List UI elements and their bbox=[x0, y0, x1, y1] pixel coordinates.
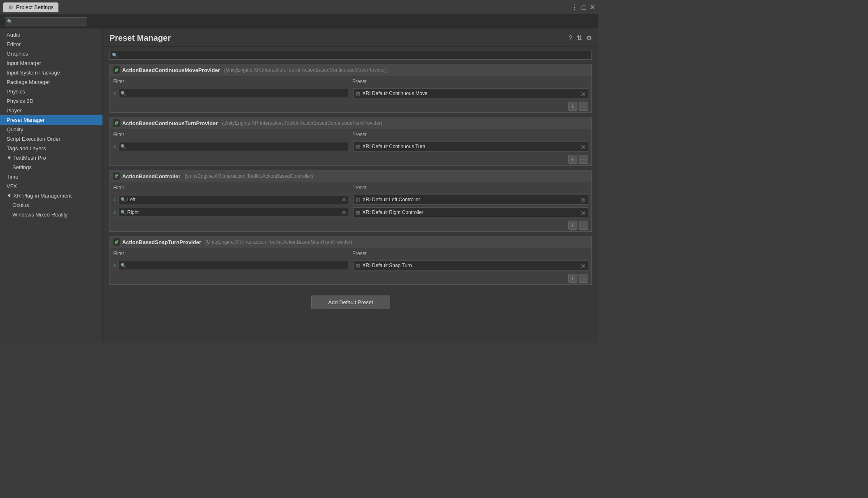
title-bar-tab: ⚙ Project Settings bbox=[3, 2, 58, 12]
filter-input-wrap-0: 🔍 bbox=[119, 89, 348, 98]
close-icon[interactable]: ✕ bbox=[590, 3, 595, 11]
preset-section-snap-turn: # ActionBasedSnapTurnProvider (UnityEngi… bbox=[109, 236, 592, 285]
preset-circle-btn-controller-right[interactable]: ◎ bbox=[580, 209, 585, 216]
filter-search-icon-snap-turn-0: 🔍 bbox=[121, 263, 126, 268]
settings-icon[interactable]: ⚙ bbox=[586, 34, 592, 42]
preset-add-remove-0: + − bbox=[110, 100, 591, 112]
sidebar-item-tags-and-layers[interactable]: Tags and Layers bbox=[0, 144, 102, 153]
preset-add-remove-snap-turn: + − bbox=[110, 272, 591, 284]
add-row-btn-controller[interactable]: + bbox=[568, 221, 577, 230]
add-row-btn-turn[interactable]: + bbox=[568, 155, 577, 164]
preset-circle-btn-snap-turn-0[interactable]: ◎ bbox=[580, 262, 585, 269]
top-search-icon: 🔍 bbox=[7, 19, 13, 24]
preset-value-text-turn-0: XRI Default Continuous Turn bbox=[363, 144, 578, 149]
filter-input-0[interactable] bbox=[119, 89, 348, 98]
filter-search-icon-0: 🔍 bbox=[121, 91, 126, 96]
drag-handle[interactable]: ≡ bbox=[113, 91, 116, 96]
add-default-preset-button[interactable]: Add Default Preset bbox=[311, 296, 390, 309]
hash-icon-continuous-turn: # bbox=[113, 119, 120, 127]
sidebar-item-textmesh-pro[interactable]: ▼ TextMesh Pro bbox=[0, 153, 102, 163]
preset-value-text-snap-turn-0: XRI Default Snap Turn bbox=[363, 263, 578, 268]
preset-cols-continuous-move: Filter Preset bbox=[110, 76, 591, 87]
filter-input-wrap-controller-right: 🔍 ✕ bbox=[119, 208, 348, 217]
drag-handle-turn[interactable]: ≡ bbox=[113, 144, 116, 149]
filter-input-turn-0[interactable] bbox=[119, 142, 348, 151]
sidebar-item-windows-mixed-reality[interactable]: Windows Mixed Reality bbox=[0, 210, 102, 219]
sidebar-item-input-manager[interactable]: Input Manager bbox=[0, 58, 102, 68]
content-search-wrap: 🔍 bbox=[109, 51, 592, 60]
filter-search-icon-controller-right: 🔍 bbox=[121, 210, 126, 215]
preset-row-continuous-turn-0: ≡ 🔍 ▤ XRI Default Continuous Turn ◎ bbox=[110, 140, 591, 153]
filter-input-controller-left[interactable] bbox=[119, 195, 348, 204]
content-body: 🔍 # ActionBasedContinuousMoveProvider (U… bbox=[103, 47, 598, 343]
sidebar-item-physics[interactable]: Physics bbox=[0, 87, 102, 96]
add-row-btn-0[interactable]: + bbox=[568, 102, 577, 111]
sidebar-item-time[interactable]: Time bbox=[0, 172, 102, 182]
content-search-input[interactable] bbox=[109, 51, 592, 60]
sidebar-item-audio[interactable]: Audio bbox=[0, 30, 102, 40]
preset-section-header-controller: # ActionBasedController (UnityEngine.XR.… bbox=[110, 170, 591, 182]
preset-section-continuous-turn: # ActionBasedContinuousTurnProvider (Uni… bbox=[109, 117, 592, 166]
hash-icon-controller: # bbox=[113, 172, 120, 180]
preset-cols-snap-turn: Filter Preset bbox=[110, 248, 591, 259]
preset-circle-btn-controller-left[interactable]: ◎ bbox=[580, 196, 585, 203]
drag-handle-controller-right[interactable]: ≡ bbox=[113, 209, 116, 215]
remove-row-btn-controller[interactable]: − bbox=[579, 221, 588, 230]
content-search: 🔍 bbox=[109, 51, 592, 60]
filter-clear-controller-left[interactable]: ✕ bbox=[342, 196, 347, 203]
sidebar-item-package-manager[interactable]: Package Manager bbox=[0, 77, 102, 87]
sidebar-item-oculus[interactable]: Oculus bbox=[0, 200, 102, 210]
sidebar-item-player[interactable]: Player bbox=[0, 106, 102, 115]
sidebar-item-vfx[interactable]: VFX bbox=[0, 182, 102, 191]
maximize-icon[interactable]: ◻ bbox=[581, 3, 586, 11]
preset-cols-controller: Filter Preset bbox=[110, 182, 591, 193]
layout-icon[interactable]: ⇅ bbox=[577, 34, 582, 42]
help-icon[interactable]: ? bbox=[569, 35, 572, 42]
class-name-snap-turn: ActionBasedSnapTurnProvider bbox=[122, 239, 201, 245]
sidebar-item-xr-plugin-management[interactable]: ▼ XR Plug-in Management bbox=[0, 191, 102, 200]
top-search-wrap: 🔍 bbox=[5, 17, 87, 26]
preset-value-text-controller-right: XRI Default Right Controller bbox=[363, 209, 578, 215]
sidebar-item-physics-2d[interactable]: Physics 2D bbox=[0, 96, 102, 106]
sidebar-item-settings[interactable]: Settings bbox=[0, 163, 102, 172]
remove-row-btn-snap-turn[interactable]: − bbox=[579, 274, 588, 283]
preset-label-continuous-move: Preset bbox=[352, 78, 588, 85]
filter-input-snap-turn-0[interactable] bbox=[119, 261, 348, 270]
main-layout: Audio Editor Graphics Input Manager Inpu… bbox=[0, 28, 598, 343]
preset-row-controller-left: ≡ 🔍 ✕ ▤ XRI Default Left Controller ◎ bbox=[110, 193, 591, 206]
filter-search-icon-turn-0: 🔍 bbox=[121, 144, 126, 149]
add-row-btn-snap-turn[interactable]: + bbox=[568, 274, 577, 283]
preset-value-icon-snap-turn-0: ▤ bbox=[356, 263, 360, 268]
sidebar-item-preset-manager[interactable]: Preset Manager bbox=[0, 115, 102, 125]
content-area: Preset Manager ? ⇅ ⚙ 🔍 # ActionBasedCont… bbox=[103, 28, 598, 343]
preset-value-wrap-controller-right: ▤ XRI Default Right Controller ◎ bbox=[353, 207, 589, 217]
title-bar: ⚙ Project Settings ⋮ ◻ ✕ bbox=[0, 0, 598, 15]
filter-input-controller-right[interactable] bbox=[119, 208, 348, 217]
top-search-input[interactable] bbox=[5, 17, 87, 26]
preset-section-header-snap-turn: # ActionBasedSnapTurnProvider (UnityEngi… bbox=[110, 236, 591, 248]
remove-row-btn-turn[interactable]: − bbox=[579, 155, 588, 164]
sidebar-item-editor[interactable]: Editor bbox=[0, 40, 102, 49]
preset-circle-btn-turn-0[interactable]: ◎ bbox=[580, 143, 585, 150]
filter-input-wrap-turn-0: 🔍 bbox=[119, 142, 348, 151]
drag-handle-controller-left[interactable]: ≡ bbox=[113, 197, 116, 202]
sidebar-item-input-system-package[interactable]: Input System Package bbox=[0, 68, 102, 77]
filter-search-icon-controller-left: 🔍 bbox=[121, 197, 126, 202]
top-search-bar: 🔍 bbox=[0, 15, 598, 28]
preset-section-header-continuous-move: # ActionBasedContinuousMoveProvider (Uni… bbox=[110, 64, 591, 76]
filter-label-snap-turn: Filter bbox=[113, 250, 349, 257]
sidebar-item-script-execution-order[interactable]: Script Execution Order bbox=[0, 134, 102, 144]
filter-label-continuous-move: Filter bbox=[113, 78, 349, 85]
filter-clear-controller-right[interactable]: ✕ bbox=[342, 209, 347, 216]
preset-circle-btn-0[interactable]: ◎ bbox=[580, 90, 585, 97]
add-default-preset-wrap: Add Default Preset bbox=[109, 289, 592, 316]
sidebar-item-graphics[interactable]: Graphics bbox=[0, 49, 102, 58]
preset-section-continuous-move: # ActionBasedContinuousMoveProvider (Uni… bbox=[109, 64, 592, 113]
more-options-icon[interactable]: ⋮ bbox=[571, 3, 578, 11]
sidebar-item-quality[interactable]: Quality bbox=[0, 125, 102, 134]
window-title: Project Settings bbox=[16, 4, 54, 10]
remove-row-btn-0[interactable]: − bbox=[579, 102, 588, 111]
drag-handle-snap-turn[interactable]: ≡ bbox=[113, 263, 116, 268]
preset-section-controller: # ActionBasedController (UnityEngine.XR.… bbox=[109, 170, 592, 232]
preset-value-text-controller-left: XRI Default Left Controller bbox=[363, 197, 578, 202]
